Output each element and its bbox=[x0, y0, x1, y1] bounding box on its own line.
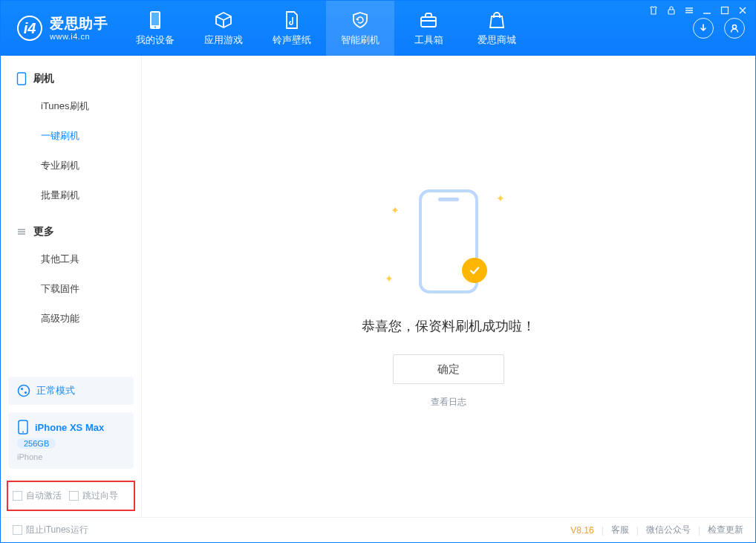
checkbox-label: 自动激活 bbox=[26, 490, 62, 502]
svg-point-10 bbox=[25, 391, 27, 394]
titlebar: i4 爱思助手 www.i4.cn 我的设备 应用游戏 铃声壁纸 智能刷机 bbox=[1, 1, 755, 56]
tab-label: 智能刷机 bbox=[341, 33, 379, 47]
mode-icon bbox=[17, 384, 30, 397]
window-controls bbox=[648, 5, 748, 16]
tab-label: 应用游戏 bbox=[204, 33, 243, 47]
footer: 阻止iTunes运行 V8.16 | 客服 | 微信公众号 | 检查更新 bbox=[1, 517, 755, 542]
auto-activate-checkbox[interactable]: 自动激活 bbox=[13, 490, 62, 502]
sidebar-item-onekey-flash[interactable]: 一键刷机 bbox=[1, 121, 141, 151]
device-type: iPhone bbox=[17, 452, 125, 461]
svg-point-9 bbox=[21, 388, 23, 390]
bag-icon bbox=[487, 10, 506, 30]
tab-smart-flash[interactable]: 智能刷机 bbox=[326, 1, 394, 56]
tab-label: 铃声壁纸 bbox=[273, 33, 311, 47]
device-card[interactable]: iPhone XS Max 256GB iPhone bbox=[8, 412, 134, 469]
app-window: i4 爱思助手 www.i4.cn 我的设备 应用游戏 铃声壁纸 智能刷机 bbox=[0, 0, 756, 543]
block-itunes-checkbox[interactable]: 阻止iTunes运行 bbox=[13, 524, 88, 536]
checkbox-label: 阻止iTunes运行 bbox=[26, 524, 88, 536]
toolbox-icon bbox=[419, 10, 438, 30]
sidebar-item-batch-flash[interactable]: 批量刷机 bbox=[1, 181, 141, 210]
app-url: www.i4.cn bbox=[50, 32, 108, 42]
mode-label: 正常模式 bbox=[36, 384, 75, 397]
support-link[interactable]: 客服 bbox=[611, 524, 629, 536]
cube-icon bbox=[214, 10, 233, 30]
checkbox-label: 跳过向导 bbox=[82, 490, 118, 502]
sidebar-item-pro-flash[interactable]: 专业刷机 bbox=[1, 151, 141, 181]
logo-icon: i4 bbox=[17, 16, 42, 41]
sidebar-item-download-firmware[interactable]: 下载固件 bbox=[1, 274, 141, 304]
check-update-link[interactable]: 检查更新 bbox=[708, 524, 743, 536]
version-label: V8.16 bbox=[570, 525, 593, 536]
ok-button[interactable]: 确定 bbox=[393, 354, 504, 384]
svg-rect-0 bbox=[668, 10, 674, 14]
tab-label: 我的设备 bbox=[136, 33, 175, 47]
app-logo: i4 爱思助手 www.i4.cn bbox=[1, 1, 121, 56]
svg-point-4 bbox=[154, 26, 156, 27]
minimize-button[interactable] bbox=[702, 5, 712, 16]
main-content: ✦ ✦ ✦ 恭喜您，保资料刷机成功啦！ 确定 查看日志 bbox=[142, 56, 755, 517]
menu-lines-icon bbox=[16, 226, 27, 238]
svg-rect-7 bbox=[18, 73, 26, 85]
download-button[interactable] bbox=[693, 18, 714, 39]
sidebar-group-flash: 刷机 bbox=[1, 65, 141, 91]
device-name: iPhone XS Max bbox=[35, 422, 104, 433]
menu-icon[interactable] bbox=[684, 5, 694, 16]
sparkle-icon: ✦ bbox=[496, 192, 505, 204]
checkbox-icon bbox=[69, 491, 79, 501]
tab-apps-games[interactable]: 应用游戏 bbox=[189, 1, 258, 56]
close-button[interactable] bbox=[737, 5, 748, 16]
sidebar-item-itunes-flash[interactable]: iTunes刷机 bbox=[1, 91, 141, 121]
phone-icon bbox=[146, 10, 165, 30]
check-badge-icon bbox=[462, 258, 487, 283]
skip-guide-checkbox[interactable]: 跳过向导 bbox=[69, 490, 118, 502]
checkbox-icon bbox=[13, 525, 22, 535]
sidebar-bottom-options: 自动激活 跳过向导 bbox=[7, 481, 135, 511]
tab-ringtone-wallpaper[interactable]: 铃声壁纸 bbox=[258, 1, 326, 56]
tshirt-icon[interactable] bbox=[648, 5, 659, 16]
svg-point-8 bbox=[19, 386, 30, 397]
mode-card[interactable]: 正常模式 bbox=[8, 377, 134, 405]
sidebar-group-title: 更多 bbox=[33, 225, 54, 238]
app-name: 爱思助手 bbox=[50, 16, 108, 32]
svg-point-6 bbox=[732, 25, 736, 28]
tab-my-device[interactable]: 我的设备 bbox=[121, 1, 189, 56]
device-storage-badge: 256GB bbox=[17, 438, 56, 449]
success-illustration: ✦ ✦ ✦ bbox=[374, 182, 523, 301]
sidebar-item-other-tools[interactable]: 其他工具 bbox=[1, 244, 141, 274]
view-log-link[interactable]: 查看日志 bbox=[431, 396, 466, 409]
svg-rect-1 bbox=[722, 7, 729, 14]
svg-rect-3 bbox=[151, 13, 159, 25]
music-file-icon bbox=[282, 10, 302, 30]
device-icon bbox=[17, 420, 29, 435]
sidebar-device-block: 正常模式 iPhone XS Max 256GB iPhone bbox=[1, 374, 141, 476]
nav-tabs: 我的设备 应用游戏 铃声壁纸 智能刷机 工具箱 爱思商城 bbox=[121, 1, 531, 56]
lock-icon[interactable] bbox=[666, 5, 677, 16]
footer-links: V8.16 | 客服 | 微信公众号 | 检查更新 bbox=[570, 524, 743, 536]
svg-rect-5 bbox=[421, 17, 436, 27]
tab-label: 工具箱 bbox=[414, 33, 443, 47]
sparkle-icon: ✦ bbox=[385, 273, 394, 284]
svg-point-12 bbox=[22, 432, 24, 433]
sidebar-item-advanced[interactable]: 高级功能 bbox=[1, 304, 141, 334]
tab-label: 爱思商城 bbox=[478, 33, 516, 47]
sidebar: 刷机 iTunes刷机 一键刷机 专业刷机 批量刷机 更多 其他工具 下载固件 … bbox=[1, 56, 142, 517]
refresh-shield-icon bbox=[351, 10, 370, 30]
wechat-link[interactable]: 微信公众号 bbox=[646, 524, 691, 536]
tab-store[interactable]: 爱思商城 bbox=[463, 1, 531, 56]
maximize-button[interactable] bbox=[720, 5, 730, 16]
sidebar-group-more: 更多 bbox=[1, 218, 141, 244]
success-message: 恭喜您，保资料刷机成功啦！ bbox=[362, 317, 535, 335]
sidebar-group-title: 刷机 bbox=[33, 72, 54, 85]
phone-outline-icon bbox=[16, 73, 27, 85]
checkbox-icon bbox=[13, 491, 22, 501]
tab-toolbox[interactable]: 工具箱 bbox=[394, 1, 463, 56]
sparkle-icon: ✦ bbox=[391, 204, 400, 216]
user-button[interactable] bbox=[724, 18, 745, 39]
